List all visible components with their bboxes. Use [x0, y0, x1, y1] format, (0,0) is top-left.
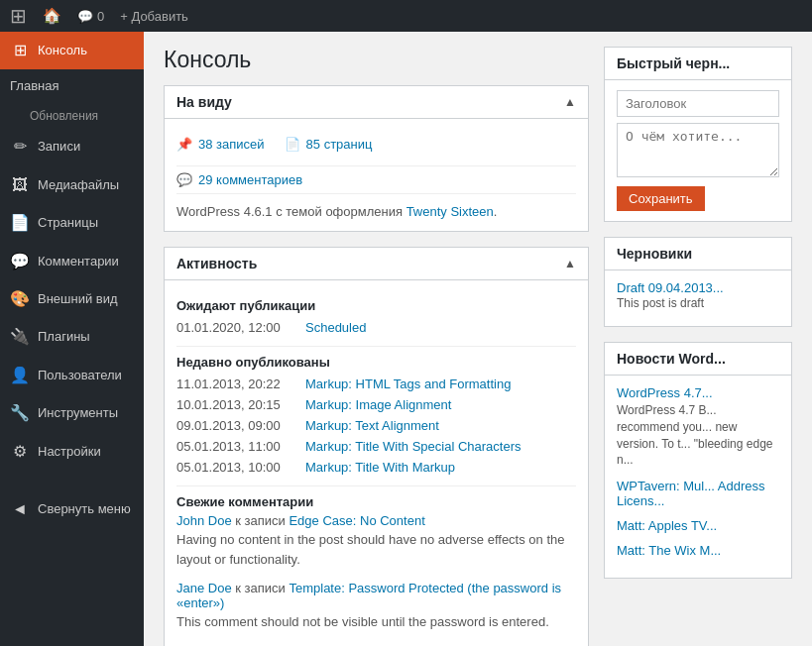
- plugins-label: Плагины: [38, 328, 90, 346]
- comment-icon: 💬: [77, 9, 93, 24]
- recent-link-1[interactable]: Markup: Image Alignment: [305, 397, 451, 412]
- quick-draft-body-input[interactable]: [617, 123, 779, 177]
- sidebar-item-collapse[interactable]: ◄ Свернуть меню: [0, 490, 144, 528]
- settings-label: Настройки: [38, 443, 101, 461]
- media-icon: 🖼: [10, 174, 30, 196]
- media-label: Медиафайлы: [38, 176, 119, 194]
- main-content: Консоль На виду ▲ 📌 38 записей 📄: [144, 32, 812, 646]
- draft-link-0[interactable]: Draft 09.04.2013...: [617, 280, 779, 295]
- recent-date-4: 05.01.2013, 10:00: [176, 460, 290, 475]
- sidebar-item-users[interactable]: 👤 Пользователи: [0, 357, 144, 394]
- recent-link-0[interactable]: Markup: HTML Tags and Formatting: [305, 377, 511, 391]
- glance-divider-1: [176, 165, 576, 166]
- center-column: Консоль На виду ▲ 📌 38 записей 📄: [164, 47, 589, 631]
- comment-entry-1: Jane Doe к записи Template: Password Pro…: [176, 581, 576, 632]
- comment-meta-0: John Doe к записи Edge Case: No Content: [176, 513, 576, 528]
- recent-item-2: 09.01.2013, 09:00 Markup: Text Alignment: [176, 415, 576, 436]
- recent-date-0: 11.01.2013, 20:22: [176, 377, 290, 391]
- quick-draft-header: Быстрый черн...: [605, 48, 791, 80]
- page-icon: 📄: [285, 137, 300, 152]
- recent-link-3[interactable]: Markup: Title With Special Characters: [305, 439, 521, 454]
- comments-button[interactable]: 💬 0: [77, 9, 104, 24]
- comments-section-title: Свежие комментарии: [176, 494, 576, 509]
- sidebar: ⊞ Консоль Главная Обновления ✏ Записи 🖼 …: [0, 32, 144, 646]
- glance-posts-stat[interactable]: 📌 38 записей: [176, 137, 265, 152]
- settings-icon: ⚙: [10, 441, 30, 463]
- pending-title: Ожидают публикации: [176, 298, 576, 313]
- news-item-2: Matt: Apples TV...: [617, 518, 779, 533]
- glance-posts-count: 38 записей: [198, 137, 265, 152]
- sidebar-item-pages[interactable]: 📄 Страницы: [0, 204, 144, 242]
- comment-meta-text-1: к записи: [235, 581, 289, 595]
- recent-link-4[interactable]: Markup: Title With Markup: [305, 460, 455, 475]
- comment-text-0: Having no content in the post should hav…: [176, 530, 576, 569]
- glance-wp-info: WordPress 4.6.1 с темой оформления Twent…: [176, 200, 576, 221]
- news-title: Новости Word...: [617, 351, 726, 367]
- recent-item-1: 10.01.2013, 20:15 Markup: Image Alignmen…: [176, 394, 576, 415]
- news-widget: Новости Word... WordPress 4.7... WordPre…: [604, 342, 792, 579]
- recent-date-2: 09.01.2013, 09:00: [176, 418, 290, 433]
- glance-divider-2: [176, 193, 576, 194]
- page-title: Консоль: [164, 47, 589, 73]
- activity-widget: Активность ▲ Ожидают публикации 01.01.20…: [164, 247, 589, 646]
- draft-item-0: Draft 09.04.2013... This post is draft: [617, 280, 779, 310]
- thumbtack-icon: 📌: [176, 137, 192, 152]
- recent-item-3: 05.01.2013, 11:00 Markup: Title With Spe…: [176, 436, 576, 457]
- sidebar-item-posts[interactable]: ✏ Записи: [0, 128, 144, 165]
- right-column: Быстрый черн... Сохранить Черновики Draf…: [604, 47, 792, 631]
- news-link-2[interactable]: Matt: Apples TV...: [617, 518, 779, 533]
- glance-comments-stat[interactable]: 💬 29 комментариев: [176, 172, 576, 187]
- add-new-button[interactable]: + Добавить: [120, 9, 188, 24]
- news-link-0[interactable]: WordPress 4.7...: [617, 385, 779, 400]
- glance-pages-count: 85 страниц: [306, 137, 373, 152]
- news-item-3: Matt: The Wix M...: [617, 543, 779, 558]
- recent-title: Недавно опубликованы: [176, 355, 576, 370]
- posts-icon: ✏: [10, 136, 30, 158]
- quick-draft-body: Сохранить: [605, 80, 791, 221]
- sidebar-item-console[interactable]: ⊞ Консоль: [0, 32, 144, 69]
- recent-link-2[interactable]: Markup: Text Alignment: [305, 418, 439, 433]
- recent-item-0: 11.01.2013, 20:22 Markup: HTML Tags and …: [176, 374, 576, 394]
- main-layout: ⊞ Консоль Главная Обновления ✏ Записи 🖼 …: [0, 32, 812, 646]
- users-label: Пользователи: [38, 367, 122, 384]
- glance-body: 📌 38 записей 📄 85 страниц 💬 29 комментар…: [165, 119, 588, 231]
- sidebar-item-plugins[interactable]: 🔌 Плагины: [0, 318, 144, 356]
- draft-desc-0: This post is draft: [617, 296, 779, 310]
- comments-menu-icon: 💬: [10, 251, 30, 272]
- home-button[interactable]: 🏠: [43, 7, 61, 25]
- updates-label: Обновления: [30, 108, 98, 125]
- theme-link[interactable]: Twenty Sixteen: [406, 204, 494, 219]
- activity-body: Ожидают публикации 01.01.2020, 12:00 Sch…: [165, 280, 588, 646]
- news-link-1[interactable]: WPTavern: Mul... Address Licens...: [617, 479, 779, 508]
- sidebar-item-tools[interactable]: 🔧 Инструменты: [0, 394, 144, 432]
- recent-date-1: 10.01.2013, 20:15: [176, 397, 290, 412]
- comment-meta-text-0: к записи: [235, 513, 289, 528]
- comment-text-1: This comment should not be visible until…: [176, 612, 576, 632]
- sidebar-item-updates[interactable]: Обновления: [0, 104, 144, 129]
- comment-author-0[interactable]: John Doe: [176, 513, 232, 528]
- sidebar-item-home[interactable]: Главная: [0, 69, 144, 103]
- wp-info-text: WordPress 4.6.1 с темой оформления: [176, 204, 406, 219]
- activity-header: Активность ▲: [165, 248, 588, 280]
- news-link-3[interactable]: Matt: The Wix M...: [617, 543, 779, 558]
- sidebar-item-appearance[interactable]: 🎨 Внешний вид: [0, 280, 144, 318]
- sidebar-item-comments[interactable]: 💬 Комментарии: [0, 243, 144, 280]
- activity-toggle[interactable]: ▲: [564, 257, 576, 270]
- console-label: Консоль: [38, 42, 87, 59]
- sidebar-item-settings[interactable]: ⚙ Настройки: [0, 433, 144, 471]
- pending-link-0[interactable]: Scheduled: [305, 320, 366, 335]
- glance-widget: На виду ▲ 📌 38 записей 📄 85 страниц: [164, 85, 589, 232]
- quick-draft-title-input[interactable]: [617, 90, 779, 117]
- comment-author-1[interactable]: Jane Doe: [176, 581, 232, 595]
- wp-logo-button[interactable]: ⊞: [10, 4, 27, 28]
- news-item-0: WordPress 4.7... WordPress 4.7 B... reco…: [617, 385, 779, 469]
- comments-label: Комментарии: [38, 253, 119, 270]
- comment-post-link-0[interactable]: Edge Case: No Content: [289, 513, 424, 528]
- glance-pages-stat[interactable]: 📄 85 страниц: [285, 137, 373, 152]
- comment-entry-0: John Doe к записи Edge Case: No Content …: [176, 513, 576, 569]
- glance-toggle[interactable]: ▲: [564, 95, 576, 109]
- pending-item-0: 01.01.2020, 12:00 Scheduled: [176, 317, 576, 338]
- news-text-0: WordPress 4.7 B... recommend you... new …: [617, 402, 779, 469]
- save-draft-button[interactable]: Сохранить: [617, 186, 705, 211]
- sidebar-item-media[interactable]: 🖼 Медиафайлы: [0, 166, 144, 204]
